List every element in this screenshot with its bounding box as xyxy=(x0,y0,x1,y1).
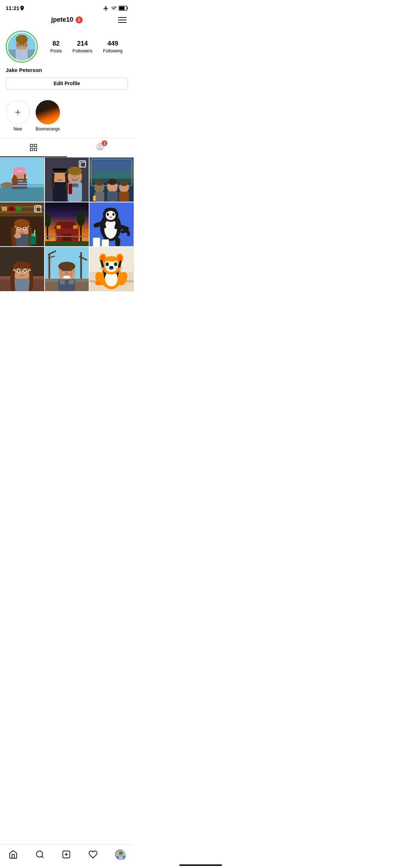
svg-rect-129 xyxy=(13,279,31,291)
svg-rect-72 xyxy=(9,207,14,211)
photo-3-svg xyxy=(89,157,134,202)
svg-rect-55 xyxy=(94,192,104,202)
following-label: Following xyxy=(103,48,123,53)
grid-cell-5[interactable] xyxy=(45,202,89,247)
svg-rect-46 xyxy=(68,184,72,194)
header-username: jpete10 1 xyxy=(51,16,82,24)
svg-rect-36 xyxy=(52,182,67,201)
svg-rect-45 xyxy=(71,184,78,187)
svg-rect-66 xyxy=(93,196,96,201)
photo-9-svg xyxy=(89,247,134,291)
svg-rect-120 xyxy=(115,238,120,247)
grid-cell-4[interactable] xyxy=(0,202,44,247)
svg-rect-2 xyxy=(119,6,125,10)
fireplace-thumbnail xyxy=(36,100,60,124)
status-bar: 11:21 xyxy=(0,0,134,14)
tab-tagged[interactable]: 2 xyxy=(67,138,134,157)
avatar-ring xyxy=(6,31,38,63)
svg-rect-85 xyxy=(34,230,35,236)
svg-rect-100 xyxy=(45,236,89,237)
svg-point-22 xyxy=(1,182,14,188)
grid-cell-1[interactable]: PUMA xyxy=(0,157,44,202)
svg-rect-121 xyxy=(93,238,100,247)
grid-icon xyxy=(29,143,38,152)
multi-photo-indicator-2 xyxy=(79,160,86,167)
tab-badge-tagged: 2 xyxy=(96,143,104,152)
tabs-row: 2 xyxy=(0,138,134,157)
svg-rect-37 xyxy=(53,170,66,173)
stats-row: 82 Posts 214 Followers 449 Following xyxy=(45,40,128,54)
svg-point-134 xyxy=(24,270,26,272)
svg-rect-14 xyxy=(30,148,33,151)
stat-followers[interactable]: 214 Followers xyxy=(72,40,92,54)
following-count: 449 xyxy=(103,40,123,47)
hamburger-line-1 xyxy=(118,17,127,18)
profile-section: 82 Posts 214 Followers 449 Following Jak… xyxy=(0,27,134,95)
photo-7-svg xyxy=(0,247,44,291)
photo-1: PUMA xyxy=(0,157,44,202)
photo-6 xyxy=(89,202,134,247)
stat-following[interactable]: 449 Following xyxy=(103,40,123,54)
svg-point-93 xyxy=(77,210,85,226)
hamburger-line-3 xyxy=(118,22,127,23)
svg-point-172 xyxy=(118,255,122,261)
photo-1-svg: PUMA xyxy=(0,157,44,202)
edit-profile-button[interactable]: Edit Profile xyxy=(6,77,128,89)
svg-rect-48 xyxy=(81,162,86,167)
svg-point-79 xyxy=(18,227,20,229)
photo-9 xyxy=(89,247,134,291)
svg-rect-156 xyxy=(60,280,65,284)
photo-8 xyxy=(45,247,89,291)
menu-button[interactable] xyxy=(117,16,128,24)
svg-rect-47 xyxy=(79,161,86,167)
svg-point-188 xyxy=(95,281,101,285)
photo-5-svg xyxy=(45,202,89,247)
svg-point-8 xyxy=(16,35,27,44)
profile-top: 82 Posts 214 Followers 449 Following xyxy=(6,31,128,63)
svg-rect-15 xyxy=(34,148,37,151)
svg-point-65 xyxy=(120,180,128,186)
notification-badge: 1 xyxy=(76,16,83,24)
grid-cell-8[interactable] xyxy=(45,247,89,291)
avatar-wrapper[interactable] xyxy=(6,31,38,63)
photo-3 xyxy=(89,157,134,202)
svg-line-185 xyxy=(116,269,123,269)
hamburger-line-2 xyxy=(118,20,127,20)
header: jpete10 1 xyxy=(0,14,134,27)
svg-rect-13 xyxy=(34,144,37,147)
svg-point-133 xyxy=(17,270,20,272)
plus-icon: + xyxy=(15,107,21,117)
location-icon xyxy=(20,6,24,11)
grid-cell-2[interactable] xyxy=(45,157,89,202)
svg-point-112 xyxy=(107,213,109,216)
tagged-badge: 2 xyxy=(102,140,107,146)
svg-point-80 xyxy=(24,227,26,229)
avatar xyxy=(8,33,36,61)
svg-rect-97 xyxy=(56,225,61,229)
story-item-new[interactable]: + New xyxy=(6,100,30,131)
posts-count: 82 xyxy=(50,40,62,47)
stories-row: + New Boomerangs xyxy=(0,95,134,138)
svg-point-155 xyxy=(65,273,68,275)
svg-rect-86 xyxy=(35,206,41,212)
story-circle-new: + xyxy=(6,100,30,124)
svg-rect-58 xyxy=(107,191,118,202)
tab-grid[interactable] xyxy=(0,138,67,157)
grid-cell-6[interactable] xyxy=(89,202,134,247)
story-item-boomerangs[interactable]: Boomerangs xyxy=(36,100,60,131)
svg-point-82 xyxy=(14,233,21,238)
photo-6-svg xyxy=(89,202,134,247)
svg-rect-38 xyxy=(52,169,67,170)
grid-cell-9[interactable] xyxy=(89,247,134,291)
svg-point-41 xyxy=(68,167,82,175)
stat-posts[interactable]: 82 Posts xyxy=(50,40,62,54)
grid-cell-7[interactable] xyxy=(0,247,44,291)
grid-cell-3[interactable] xyxy=(89,157,134,202)
photo-7 xyxy=(0,247,44,291)
photo-grid: PUMA xyxy=(0,157,134,291)
svg-point-76 xyxy=(14,219,30,228)
multi-icon-4 xyxy=(34,205,41,212)
svg-text:PUMA: PUMA xyxy=(17,170,23,172)
svg-point-17 xyxy=(99,145,101,147)
followers-count: 214 xyxy=(72,40,92,47)
